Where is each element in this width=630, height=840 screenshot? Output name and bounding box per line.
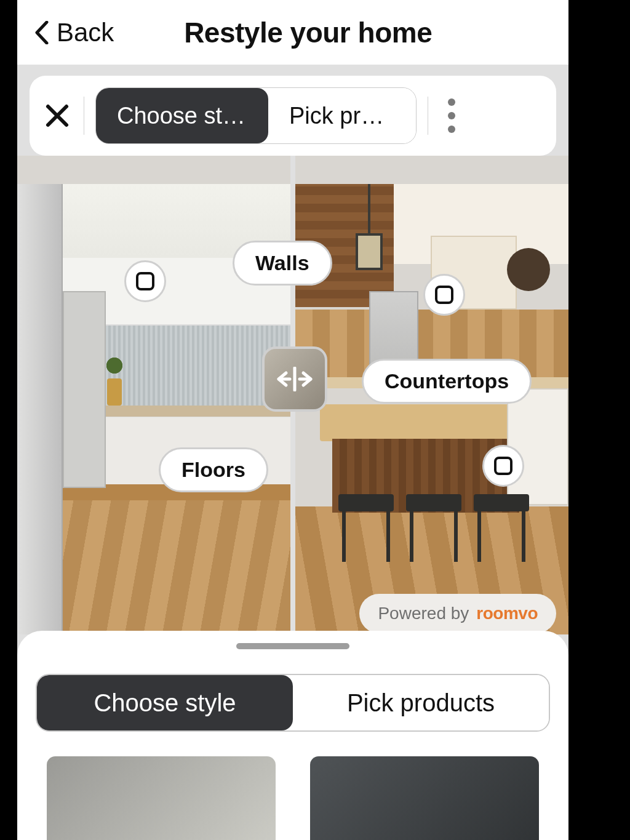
style-thumbnails bbox=[17, 732, 568, 840]
compare-slider-handle[interactable] bbox=[262, 346, 327, 412]
style-thumbnail[interactable] bbox=[47, 756, 276, 840]
bottom-sheet: Choose style Pick products bbox=[17, 631, 568, 840]
bottom-tab-pick-products[interactable]: Pick products bbox=[293, 675, 549, 730]
powered-by-label: Powered by bbox=[378, 604, 469, 623]
chevron-left-icon bbox=[34, 21, 49, 44]
hotspot-left-upper[interactable] bbox=[124, 260, 166, 302]
square-icon bbox=[494, 457, 512, 475]
sheet-grabber[interactable] bbox=[236, 643, 349, 649]
close-button[interactable] bbox=[42, 100, 73, 131]
pill-walls[interactable]: Walls bbox=[233, 241, 332, 286]
compare-view: Walls Countertops Floors bbox=[17, 156, 568, 634]
divider bbox=[84, 97, 84, 135]
header: Back Restyle your home bbox=[17, 0, 568, 65]
powered-by-brand: roomvo bbox=[476, 604, 538, 623]
compare-horizontal-icon bbox=[275, 367, 314, 391]
more-vertical-icon bbox=[448, 112, 455, 119]
more-vertical-icon bbox=[448, 98, 455, 106]
bottom-tab-choose-style[interactable]: Choose style bbox=[37, 675, 293, 730]
tab-pick-products[interactable]: Pick produ... bbox=[268, 88, 416, 143]
page-title: Restyle your home bbox=[65, 16, 551, 49]
hotspot-right-upper[interactable] bbox=[423, 274, 465, 316]
more-vertical-icon bbox=[448, 126, 455, 133]
pill-countertops[interactable]: Countertops bbox=[362, 359, 532, 404]
tab-choose-style[interactable]: Choose style bbox=[96, 88, 268, 143]
top-segment-control: Choose style Pick produ... bbox=[95, 87, 417, 144]
top-toolbar: Choose style Pick produ... bbox=[30, 76, 556, 156]
hotspot-right-lower[interactable] bbox=[482, 445, 524, 487]
style-thumbnail[interactable] bbox=[310, 756, 539, 840]
app-frame: Back Restyle your home Choose style Pick… bbox=[17, 0, 568, 840]
content-area: Choose style Pick produ... bbox=[17, 65, 568, 840]
bottom-segment-control: Choose style Pick products bbox=[36, 674, 550, 732]
pill-floors[interactable]: Floors bbox=[159, 447, 268, 492]
divider bbox=[428, 97, 428, 135]
square-icon bbox=[136, 272, 154, 290]
powered-by-badge: Powered by roomvo bbox=[359, 594, 556, 633]
close-icon bbox=[45, 103, 70, 128]
more-button[interactable] bbox=[439, 97, 464, 134]
before-image bbox=[17, 156, 290, 634]
square-icon bbox=[435, 286, 453, 304]
